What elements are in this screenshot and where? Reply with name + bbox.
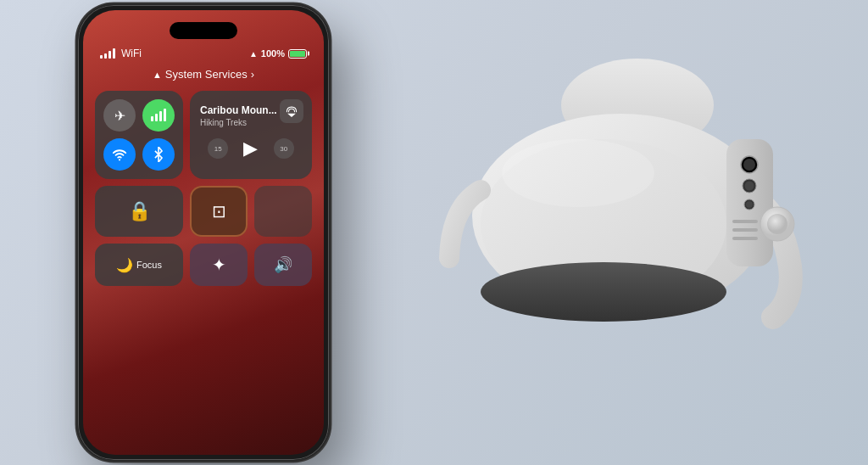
system-services-label: System Services: [165, 68, 248, 81]
focus-moon-icon: 🌙: [116, 257, 133, 273]
svg-point-4: [119, 159, 120, 160]
svg-rect-18: [732, 237, 758, 240]
location-services-icon: ▲: [153, 70, 162, 80]
rotation-lock-button[interactable]: 🔒: [95, 186, 183, 237]
airplay-icon[interactable]: [280, 99, 303, 123]
media-controls: 15 ▶ 30: [200, 137, 302, 160]
svg-rect-1: [155, 114, 158, 121]
wifi-status-icon: WiFi: [121, 48, 142, 59]
connectivity-block: ✈: [95, 91, 183, 179]
status-right: ▲ 100%: [249, 48, 307, 59]
skip-forward-button[interactable]: 30: [274, 138, 294, 159]
phone-screen: WiFi ▲ 100% ▲ System Services ›: [83, 10, 324, 455]
svg-point-11: [743, 159, 755, 171]
brightness-button[interactable]: ✦: [190, 244, 248, 286]
skip-back-button[interactable]: 15: [208, 138, 228, 159]
screen-mirror-icon: ⊡: [212, 201, 226, 221]
svg-rect-0: [151, 116, 153, 121]
focus-button[interactable]: 🌙 Focus: [95, 244, 183, 286]
headset-svg: [426, 54, 849, 411]
lock-icon: 🔒: [128, 200, 151, 222]
empty-cell: [254, 186, 312, 237]
signal-bars: [100, 48, 115, 59]
control-center-grid: ✈: [95, 91, 312, 286]
status-bar: WiFi ▲ 100%: [83, 48, 324, 59]
svg-rect-16: [732, 220, 758, 223]
volume-icon: 🔊: [274, 255, 292, 274]
svg-rect-17: [732, 228, 758, 232]
svg-point-8: [481, 262, 726, 322]
battery-percent: 100%: [261, 48, 285, 59]
media-player-block: Caribou Moun... Hiking Treks 15 ▶ 30: [190, 91, 312, 179]
svg-point-13: [745, 182, 754, 191]
play-button[interactable]: ▶: [243, 137, 258, 160]
phone-section: WiFi ▲ 100% ▲ System Services ›: [0, 0, 407, 465]
airplane-mode-button[interactable]: ✈: [103, 99, 136, 132]
svg-rect-2: [159, 111, 162, 121]
brightness-icon: ✦: [212, 255, 226, 275]
svg-point-21: [502, 139, 654, 207]
location-icon: ▲: [249, 49, 258, 59]
battery-indicator: [288, 49, 307, 59]
svg-point-20: [767, 214, 787, 234]
system-services-row[interactable]: ▲ System Services ›: [83, 68, 324, 81]
bluetooth-button[interactable]: [142, 138, 175, 171]
focus-label: Focus: [136, 260, 162, 270]
cellular-button[interactable]: [142, 99, 175, 132]
svg-point-15: [746, 201, 753, 208]
dynamic-island: [170, 22, 237, 39]
phone-frame: WiFi ▲ 100% ▲ System Services ›: [76, 3, 331, 462]
wifi-button[interactable]: [103, 138, 136, 171]
svg-rect-3: [164, 109, 166, 121]
headset-section: [407, 0, 868, 465]
chevron-right-icon: ›: [251, 68, 254, 81]
screen-mirror-button[interactable]: ⊡: [190, 186, 248, 237]
volume-button[interactable]: 🔊: [254, 244, 312, 286]
